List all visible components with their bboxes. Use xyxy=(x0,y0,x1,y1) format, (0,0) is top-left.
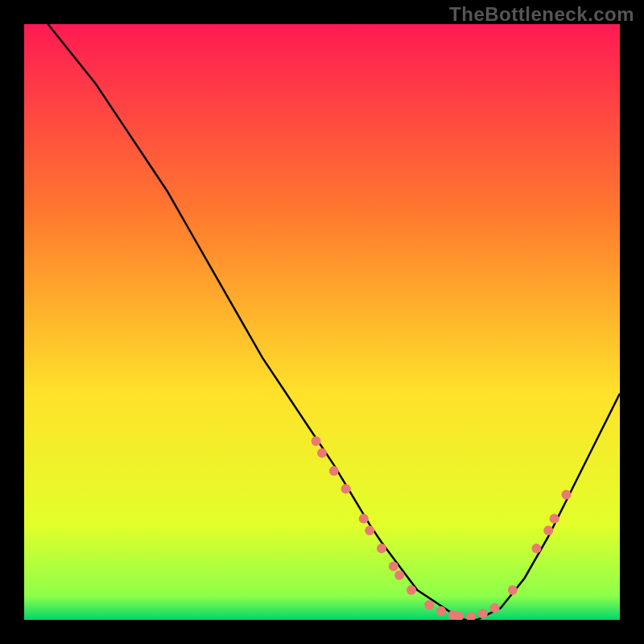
gradient-background xyxy=(24,24,620,620)
data-marker xyxy=(359,514,369,523)
data-marker xyxy=(508,585,518,595)
data-marker xyxy=(561,490,571,500)
chart-svg xyxy=(24,24,620,620)
data-marker xyxy=(407,585,416,595)
data-marker xyxy=(312,436,321,446)
data-marker xyxy=(531,543,541,553)
watermark-text: TheBottleneck.com xyxy=(449,3,634,26)
data-marker xyxy=(377,543,386,553)
data-marker xyxy=(389,561,398,571)
data-marker xyxy=(394,571,404,580)
data-marker xyxy=(341,484,351,493)
data-marker xyxy=(550,514,559,523)
data-marker xyxy=(317,448,327,458)
data-marker xyxy=(478,609,488,619)
data-marker xyxy=(365,526,374,535)
data-marker xyxy=(490,603,500,613)
data-marker xyxy=(543,526,553,535)
data-marker xyxy=(424,601,434,610)
data-marker xyxy=(329,466,339,476)
plot-area xyxy=(24,24,620,620)
data-marker xyxy=(436,606,446,616)
chart-frame: TheBottleneck.com xyxy=(0,0,644,644)
